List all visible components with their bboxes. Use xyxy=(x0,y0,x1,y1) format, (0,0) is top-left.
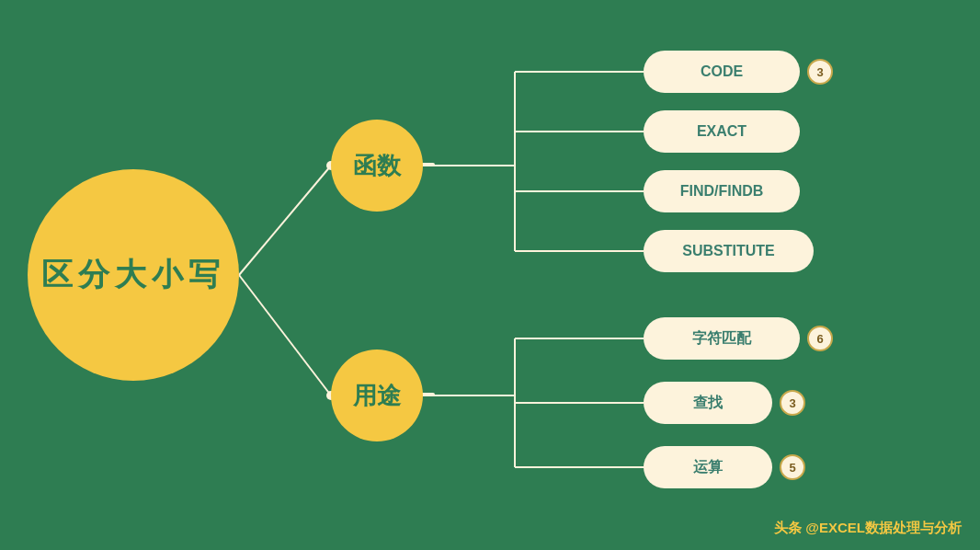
watermark: 头条 @EXCEL数据处理与分析 xyxy=(774,520,962,537)
leaf-chazhao-label: 查找 xyxy=(693,394,723,413)
badge-code: 3 xyxy=(807,59,833,85)
leaf-code-label: CODE xyxy=(701,63,743,80)
leaf-yunsuan-label: 运算 xyxy=(693,458,723,477)
leaf-find-label: FIND/FINDB xyxy=(680,183,764,200)
leaf-substitute-label: SUBSTITUTE xyxy=(682,243,774,259)
leaf-zifu-label: 字符匹配 xyxy=(692,329,751,349)
main-circle: 区分大小写 xyxy=(28,169,239,381)
branch-yongtu-label: 用途 xyxy=(353,380,401,412)
leaf-yunsuan: 运算 xyxy=(644,446,772,488)
svg-line-0 xyxy=(239,166,331,275)
main-circle-label: 区分大小写 xyxy=(41,253,225,297)
branch-hanshu-label: 函数 xyxy=(353,150,401,182)
badge-yunsuan: 5 xyxy=(780,454,805,480)
leaf-chazhao: 查找 xyxy=(644,382,772,424)
leaf-exact-label: EXACT xyxy=(697,123,746,140)
badge-chazhao: 3 xyxy=(780,390,805,416)
leaf-code: CODE xyxy=(644,51,800,93)
leaf-zifu: 字符匹配 xyxy=(644,317,800,360)
main-canvas: 区分大小写 函数 用途 CODE 3 EXACT FIND/FINDB SUBS… xyxy=(0,0,980,550)
leaf-find: FIND/FINDB xyxy=(644,170,800,212)
svg-line-7 xyxy=(239,275,331,395)
branch-hanshu: 函数 xyxy=(331,120,423,212)
branch-yongtu: 用途 xyxy=(331,349,423,441)
leaf-exact: EXACT xyxy=(644,110,800,153)
leaf-substitute: SUBSTITUTE xyxy=(644,230,814,272)
badge-zifu: 6 xyxy=(807,326,833,351)
